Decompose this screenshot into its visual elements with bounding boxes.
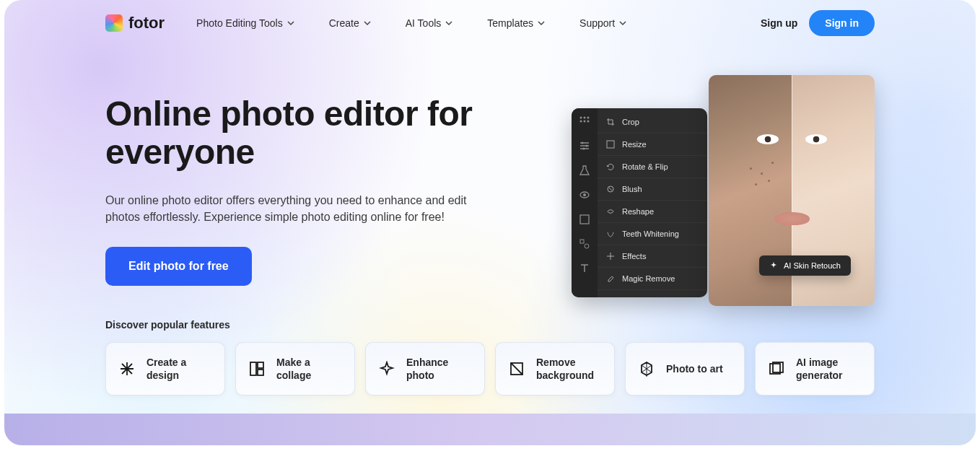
- ai-image-icon: [769, 361, 784, 377]
- chevron-down-icon: [287, 19, 294, 27]
- freckle-icon: [768, 180, 770, 182]
- sparkle-icon: [379, 361, 395, 377]
- menu-crop[interactable]: Crop: [598, 111, 707, 134]
- menu-rotate[interactable]: Rotate & Flip: [598, 156, 707, 178]
- svg-rect-14: [607, 141, 614, 148]
- frame-icon: [579, 214, 590, 225]
- freckle-icon: [755, 183, 757, 185]
- menu-reshape[interactable]: Reshape: [598, 201, 707, 223]
- header: fotor Photo Editing Tools Create AI Tool…: [4, 0, 976, 46]
- menu-resize[interactable]: Resize: [598, 134, 707, 156]
- svg-point-0: [580, 117, 582, 119]
- features-section: Discover popular features Create a desig…: [4, 297, 976, 395]
- eraser-icon: [606, 274, 615, 283]
- resize-icon: [606, 140, 615, 149]
- design-icon: [119, 361, 135, 377]
- svg-rect-17: [258, 362, 263, 368]
- menu-label: Effects: [622, 252, 646, 261]
- nav-photo-editing-tools[interactable]: Photo Editing Tools: [196, 17, 294, 29]
- menu-label: Teeth Whitening: [622, 230, 679, 238]
- svg-point-7: [586, 145, 588, 147]
- art-icon: [639, 361, 655, 377]
- shapes-icon: [579, 238, 590, 250]
- menu-teeth[interactable]: Teeth Whitening: [598, 223, 707, 245]
- feature-label: Photo to art: [666, 362, 723, 375]
- menu-label: Reshape: [622, 207, 654, 216]
- feature-label: Enhance photo: [406, 356, 471, 382]
- grid-icon: [579, 115, 590, 127]
- svg-rect-11: [580, 215, 589, 224]
- nav-label: Photo Editing Tools: [196, 17, 283, 29]
- chevron-down-icon: [619, 19, 626, 27]
- menu-magic-remove[interactable]: Magic Remove: [598, 268, 707, 290]
- svg-rect-12: [580, 240, 584, 243]
- menu-label: Crop: [622, 118, 639, 126]
- freckle-icon: [771, 162, 774, 164]
- collage-icon: [249, 361, 265, 377]
- auth-actions: Sign up Sign in: [761, 10, 875, 36]
- menu-blush[interactable]: Blush: [598, 178, 707, 201]
- footer-gradient-strip: [4, 414, 976, 445]
- feature-enhance-photo[interactable]: Enhance photo: [365, 342, 485, 395]
- sliders-icon: [579, 140, 590, 152]
- sparkle-icon: [769, 261, 778, 270]
- feature-photo-to-art[interactable]: Photo to art: [625, 342, 745, 395]
- feature-label: Create a design: [146, 356, 211, 382]
- nav-ai-tools[interactable]: AI Tools: [406, 17, 453, 29]
- svg-point-4: [584, 121, 586, 123]
- nav-templates[interactable]: Templates: [487, 17, 545, 29]
- svg-point-10: [583, 193, 586, 196]
- hero-section: Online photo editor for everyone Our onl…: [4, 46, 976, 297]
- nav-label: AI Tools: [406, 17, 442, 29]
- page-title: Online photo editor for everyone: [105, 95, 543, 172]
- menu-label: Resize: [622, 140, 647, 149]
- svg-point-2: [587, 117, 590, 119]
- feature-label: Remove background: [536, 356, 601, 382]
- features-row: Create a design Make a collage Enhance p…: [105, 342, 875, 395]
- feature-remove-background[interactable]: Remove background: [495, 342, 615, 395]
- chevron-down-icon: [538, 19, 545, 27]
- nav-create[interactable]: Create: [329, 17, 371, 29]
- editor-menu-list: Crop Resize Rotate & Flip Blush Reshape …: [598, 108, 707, 297]
- svg-rect-16: [250, 362, 256, 375]
- badge-label: AI Skin Retouch: [784, 261, 841, 270]
- nav-support[interactable]: Support: [579, 17, 626, 29]
- menu-label: Rotate & Flip: [622, 162, 668, 171]
- feature-make-collage[interactable]: Make a collage: [235, 342, 355, 395]
- lips-icon: [775, 212, 810, 225]
- eye-icon: [805, 134, 827, 144]
- hero-content: Online photo editor for everyone Our onl…: [105, 75, 543, 297]
- page-subtitle: Our online photo editor offers everythin…: [105, 192, 481, 225]
- signup-link[interactable]: Sign up: [761, 17, 797, 29]
- svg-point-3: [580, 121, 582, 123]
- nav-label: Support: [579, 17, 615, 29]
- menu-label: Magic Remove: [622, 274, 675, 283]
- feature-label: AI image generator: [796, 356, 861, 382]
- nav-label: Create: [329, 17, 359, 29]
- svg-rect-18: [258, 370, 263, 375]
- nav-label: Templates: [487, 17, 533, 29]
- chevron-down-icon: [364, 19, 371, 27]
- edit-photo-cta-button[interactable]: Edit photo for free: [105, 247, 252, 286]
- editor-panel-mockup: Crop Resize Rotate & Flip Blush Reshape …: [572, 108, 707, 297]
- hero-preview: Crop Resize Rotate & Flip Blush Reshape …: [572, 75, 875, 297]
- logo[interactable]: fotor: [105, 14, 165, 32]
- blush-icon: [606, 185, 615, 193]
- reshape-icon: [606, 207, 615, 216]
- svg-point-5: [587, 121, 590, 123]
- feature-ai-image-generator[interactable]: AI image generator: [755, 342, 875, 395]
- menu-effects[interactable]: Effects: [598, 245, 707, 268]
- logo-mark-icon: [105, 14, 123, 32]
- effects-icon: [606, 252, 615, 261]
- menu-label: Blush: [622, 185, 642, 193]
- signin-button[interactable]: Sign in: [809, 10, 875, 36]
- flask-icon: [579, 165, 590, 176]
- remove-bg-icon: [509, 361, 525, 377]
- feature-create-design[interactable]: Create a design: [105, 342, 225, 395]
- svg-point-8: [583, 148, 585, 150]
- svg-point-1: [584, 117, 586, 119]
- svg-point-13: [585, 244, 589, 248]
- svg-point-6: [582, 142, 584, 144]
- freckle-icon: [750, 167, 752, 170]
- freckle-icon: [761, 172, 763, 175]
